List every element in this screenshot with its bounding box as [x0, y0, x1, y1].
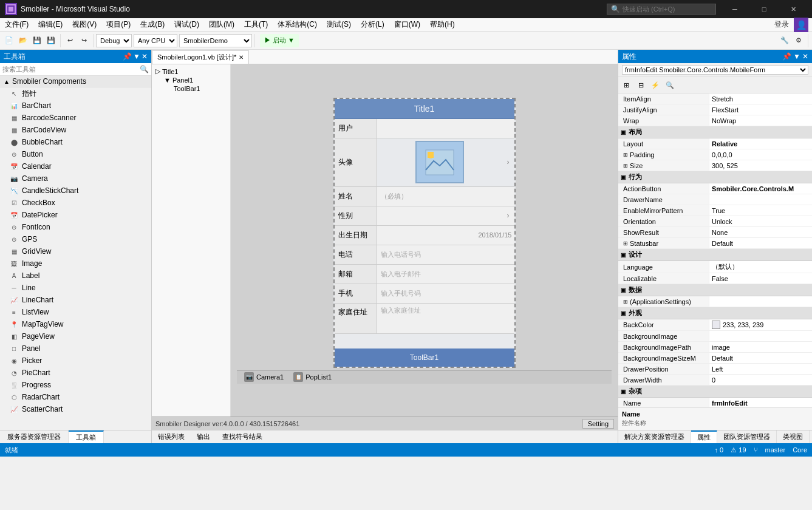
toolbox-item-calendar[interactable]: 📅 Calendar: [0, 160, 151, 172]
tb-redo[interactable]: ↪: [77, 34, 90, 47]
mobile-field-phone[interactable]: 电话 输入电话号码: [335, 245, 514, 265]
prop-value-orientation[interactable]: Unlock: [709, 216, 812, 226]
tb-undo[interactable]: ↩: [63, 34, 77, 47]
menu-help[interactable]: 帮助(H): [425, 18, 460, 31]
props-pin[interactable]: 📌: [782, 52, 791, 61]
prop-value-drawerpos[interactable]: Left: [709, 364, 812, 374]
prop-value-showresult[interactable]: None: [709, 227, 812, 237]
props-by-category[interactable]: ⊞: [619, 78, 633, 92]
props-event[interactable]: ⚡: [649, 78, 662, 92]
tb-extra2[interactable]: ⚙: [792, 34, 805, 47]
mobile-field-user[interactable]: 用户: [335, 119, 514, 138]
server-explorer-tab[interactable]: 服务器资源管理器: [0, 430, 69, 443]
prop-value-size[interactable]: 300, 525: [709, 160, 812, 171]
project-select[interactable]: SmobilerDemo: [179, 34, 252, 47]
toolbox-search-input[interactable]: [2, 66, 140, 73]
tb-save[interactable]: 💾: [30, 34, 44, 47]
prop-value-layout[interactable]: Relative: [709, 138, 812, 149]
menu-view[interactable]: 视图(V): [67, 18, 101, 31]
poplist-tab[interactable]: 📋 PopList1: [290, 371, 335, 383]
props-target-select[interactable]: frmInfoEdit Smobiler.Core.Controls.Mobil…: [622, 65, 808, 75]
mobile-field-email[interactable]: 邮箱 输入电子邮件: [335, 265, 514, 284]
menu-build[interactable]: 生成(B): [135, 18, 169, 31]
props-chevron[interactable]: ▼: [793, 52, 800, 61]
prop-value-drawerwidth[interactable]: 0: [709, 375, 812, 385]
toolbox-item-barcodeview[interactable]: ▦ BarCodeView: [0, 124, 151, 136]
toolbox-chevron[interactable]: ▼: [133, 52, 140, 61]
prop-value-actionbtn[interactable]: Smobiler.Core.Controls.M: [709, 183, 812, 194]
toolbox-item-progress[interactable]: ░ Progress: [0, 379, 151, 391]
mobile-field-gender[interactable]: 性别 ›: [335, 206, 514, 226]
toolbox-item-maptagview[interactable]: 📍 MapTagView: [0, 318, 151, 330]
properties-tab[interactable]: 属性: [691, 430, 717, 443]
quick-search-input[interactable]: [623, 5, 708, 13]
props-by-alpha[interactable]: ⊟: [634, 78, 647, 92]
tb-open[interactable]: 📂: [16, 34, 30, 47]
prop-expand-appsettings[interactable]: ⊞: [623, 299, 628, 305]
toolbox-item-pointer[interactable]: ↖ 指针: [0, 87, 151, 100]
toolbox-item-scatterchart[interactable]: 📈 ScatterChart: [0, 403, 151, 415]
toolbox-item-line[interactable]: ─ Line: [0, 282, 151, 294]
prop-value-padding[interactable]: 0,0,0,0: [709, 149, 812, 160]
tb-extra1[interactable]: 🔧: [778, 34, 791, 47]
prop-value-localizable[interactable]: False: [709, 273, 812, 284]
tree-item-title1[interactable]: ▷ Title1: [154, 67, 228, 76]
camera-tab[interactable]: 📷 Camera1: [241, 371, 287, 383]
props-search[interactable]: 🔍: [663, 78, 677, 92]
section-misc[interactable]: ▣ 杂项: [618, 386, 812, 398]
solution-explorer-tab[interactable]: 解决方案资源管理器: [618, 430, 691, 443]
prop-expand-statusbar[interactable]: ⊞: [623, 240, 628, 246]
prop-value-justifyalign[interactable]: FlexStart: [709, 104, 812, 115]
tab-close-icon[interactable]: ✕: [239, 54, 244, 61]
toolbox-item-button[interactable]: ⊙ Button: [0, 148, 151, 160]
toolbox-item-barchart[interactable]: 📊 BarChart: [0, 100, 151, 112]
maximize-button[interactable]: □: [750, 0, 778, 18]
close-button[interactable]: ✕: [779, 0, 807, 18]
menu-file[interactable]: 文件(F): [0, 18, 33, 31]
toolbox-category-smobiler[interactable]: ▲ Smobiler Compoments: [0, 76, 151, 87]
tb-new[interactable]: 📄: [2, 34, 16, 47]
prop-value-bgimage[interactable]: [709, 331, 812, 341]
toolbox-item-radarchart[interactable]: ⬡ RadarChart: [0, 391, 151, 403]
prop-value-enablemirror[interactable]: True: [709, 205, 812, 216]
prop-value-bgimagepath[interactable]: image: [709, 342, 812, 352]
prop-expand-size[interactable]: ⊞: [623, 163, 628, 169]
toolbox-item-checkbox[interactable]: ☑ CheckBox: [0, 197, 151, 209]
minimize-button[interactable]: ─: [721, 0, 749, 18]
platform-select[interactable]: Any CPU: [134, 34, 177, 47]
menu-debug[interactable]: 调试(D): [169, 18, 204, 31]
prop-value-name[interactable]: frmInfoEdit: [709, 398, 812, 407]
toolbox-item-camera[interactable]: 📷 Camera: [0, 172, 151, 185]
user-login[interactable]: 登录: [774, 19, 794, 30]
toolbox-item-picker[interactable]: ◉ Picker: [0, 355, 151, 367]
menu-test[interactable]: 测试(S): [322, 18, 356, 31]
prop-value-wrap[interactable]: NoWrap: [709, 115, 812, 126]
class-view-tab[interactable]: 类视图: [777, 430, 810, 443]
menu-arch[interactable]: 体系结构(C): [273, 18, 322, 31]
menu-team[interactable]: 团队(M): [204, 18, 239, 31]
toolbox-pin[interactable]: 📌: [123, 52, 132, 61]
error-list-tab[interactable]: 错误列表: [152, 431, 191, 443]
tb-saveall[interactable]: 💾: [44, 34, 58, 47]
editor-tab-logon[interactable]: SmobilerLogon1.vb [设计]* ✕: [152, 50, 249, 64]
menu-tools[interactable]: 工具(T): [239, 18, 273, 31]
toolbox-close[interactable]: ✕: [142, 52, 148, 61]
prop-value-drawername[interactable]: [709, 194, 812, 205]
toolbox-tab[interactable]: 工具箱: [69, 430, 104, 443]
team-explorer-tab[interactable]: 团队资源管理器: [717, 430, 777, 443]
menu-analyze[interactable]: 分析(L): [356, 18, 389, 31]
toolbox-item-pageview[interactable]: ◧ PageView: [0, 330, 151, 342]
menu-window[interactable]: 窗口(W): [389, 18, 425, 31]
section-behavior[interactable]: ▣ 行为: [618, 171, 812, 183]
toolbox-item-linechart[interactable]: 📈 LineChart: [0, 294, 151, 306]
mobile-field-mobile[interactable]: 手机 输入手机号码: [335, 284, 514, 304]
toolbox-item-bubblechart[interactable]: ⬤ BubbleChart: [0, 136, 151, 148]
prop-value-itemalign[interactable]: Stretch: [709, 93, 812, 104]
toolbox-item-panel[interactable]: □ Panel: [0, 342, 151, 355]
mobile-field-avatar[interactable]: 头像 ›: [335, 138, 514, 187]
mobile-field-address[interactable]: 家庭住址 输入家庭住址: [335, 304, 514, 334]
output-tab[interactable]: 输出: [191, 431, 216, 443]
toolbox-item-datepicker[interactable]: 📅 DatePicker: [0, 209, 151, 221]
toolbox-item-listview[interactable]: ≡ ListView: [0, 306, 151, 318]
tree-item-toolbar1[interactable]: ToolBar1: [154, 84, 228, 93]
